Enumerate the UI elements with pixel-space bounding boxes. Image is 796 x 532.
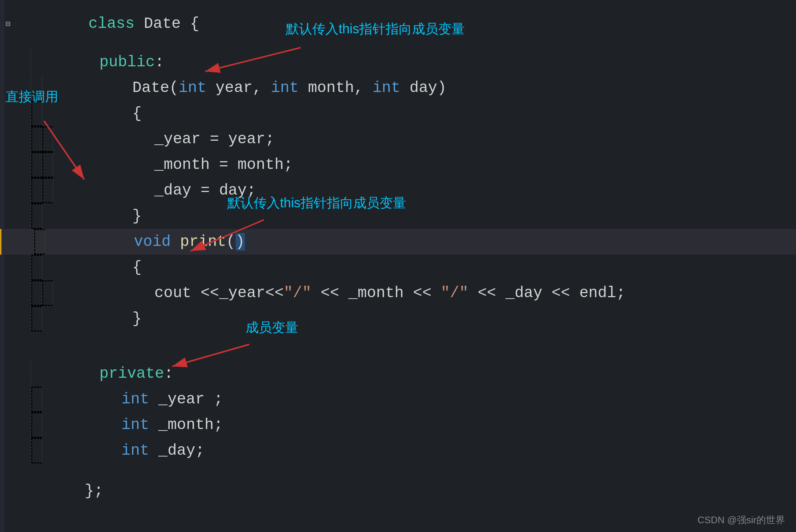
member-day: _day; (149, 442, 204, 459)
code-line-member-day: int _day; (0, 438, 796, 463)
watermark: CSDN @强sir的世界 (697, 514, 785, 527)
annotation-direct-call: 直接调用 (5, 88, 58, 106)
code-editor: 默认传入this指针指向成员变量 直接调用 默认传入this指针指向成员变量 成… (0, 0, 796, 532)
type-int-day: int (121, 442, 149, 459)
type-int-2: int (271, 79, 299, 97)
func-print: print (180, 233, 226, 251)
param-month: month, (299, 79, 373, 97)
annotation-this-pointer-2: 默认传入this指针指向成员变量 (227, 194, 406, 212)
annotation-member-var: 成员变量 (246, 319, 298, 337)
cout-month: << _month << (312, 284, 441, 302)
parens-print: ( (226, 233, 235, 251)
type-int-3: int (373, 79, 401, 97)
brace-close-print: } (132, 310, 141, 328)
cout-stmt: cout <<_year<< (154, 284, 284, 302)
annotation-this-pointer-1: 默认传入this指针指向成员变量 (286, 20, 465, 38)
string-slash-1: "/" (284, 284, 312, 302)
type-int-1: int (178, 79, 206, 97)
highlight-parens: ) (236, 233, 245, 251)
cout-day: << _day << endl; (468, 284, 625, 302)
param-day: day) (400, 79, 446, 97)
string-slash-2: "/" (441, 284, 469, 302)
param-year: year, (206, 79, 271, 97)
class-close-brace: }; (85, 482, 103, 500)
brace-open: { (190, 15, 199, 33)
